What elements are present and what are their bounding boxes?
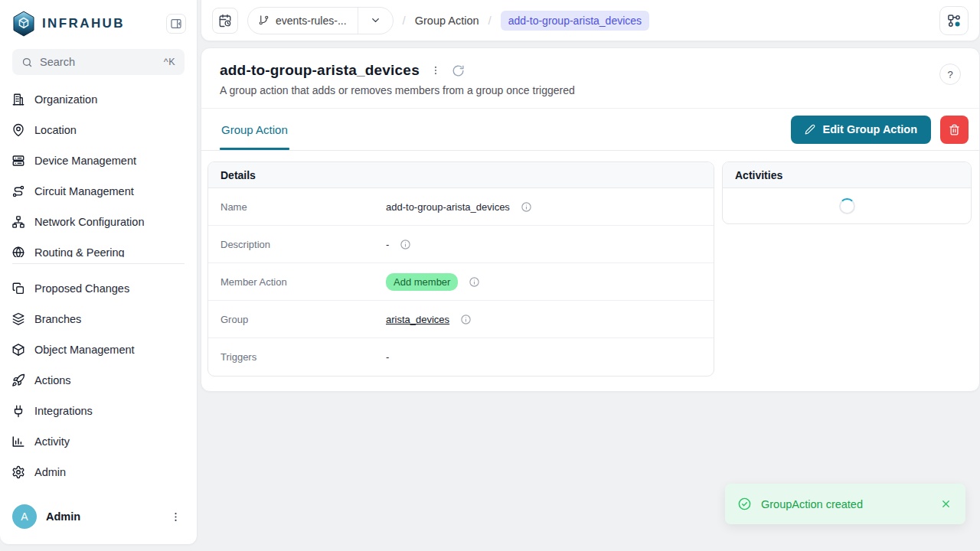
object-detail-card: add-to-group-arista_devices A group acti… (201, 47, 980, 392)
info-icon[interactable] (400, 239, 411, 250)
activities-panel: Activities (722, 161, 972, 224)
sidebar-nav-secondary: Proposed Changes Branches Object Managem… (0, 264, 197, 487)
page-subtitle: A group action that adds or removes memb… (220, 84, 961, 96)
info-icon[interactable] (521, 201, 532, 213)
breadcrumb-separator: / (488, 14, 492, 27)
plug-icon (11, 404, 25, 418)
sidebar-item-actions[interactable]: Actions (0, 365, 197, 396)
building-icon (11, 93, 25, 106)
sidebar-item-label: Admin (34, 466, 66, 478)
sidebar-item-label: Device Management (34, 155, 136, 167)
sidebar-item-network-configuration[interactable]: Network Configuration (0, 207, 197, 237)
detail-label: Description (220, 239, 386, 250)
member-action-badge: Add member (386, 273, 458, 291)
sidebar-item-label: Routing & Peering (34, 246, 125, 257)
pencil-icon (805, 124, 815, 135)
breadcrumb-parent[interactable]: Group Action (415, 15, 479, 27)
network-icon (11, 215, 25, 229)
sidebar-item-proposed-changes[interactable]: Proposed Changes (0, 273, 197, 304)
toast-notification: GroupAction created (725, 484, 965, 524)
edit-group-action-button[interactable]: Edit Group Action (791, 116, 931, 144)
sidebar-item-label: Activity (34, 435, 70, 448)
sidebar-header: INFRAHUB (0, 0, 197, 44)
sidebar-item-label: Location (34, 124, 77, 136)
branch-selector[interactable]: events-rules-... (247, 7, 394, 34)
help-button[interactable]: ? (939, 64, 961, 85)
globe-icon (11, 246, 25, 257)
toast-message: GroupAction created (761, 498, 929, 510)
info-icon[interactable] (469, 276, 480, 288)
activities-body (723, 188, 971, 223)
info-icon[interactable] (460, 314, 472, 325)
map-pin-icon (11, 123, 25, 137)
gear-icon (11, 465, 25, 479)
topbar: events-rules-... / Group Action / add-to… (201, 0, 980, 41)
chevron-down-icon (358, 15, 393, 26)
sidebar-item-circuit-management[interactable]: Circuit Management (0, 176, 197, 207)
server-icon (11, 154, 25, 168)
branch-name: events-rules-... (276, 15, 347, 27)
infrahub-logo-icon (12, 11, 35, 37)
search-input[interactable]: Search ^K (12, 49, 185, 75)
sidebar-item-label: Organization (34, 93, 97, 106)
workflow-icon (946, 13, 962, 28)
close-icon[interactable] (939, 497, 953, 511)
detail-label: Name (220, 201, 386, 213)
panels: Details Name add-to-group-arista_devices… (201, 151, 979, 377)
detail-value: - (386, 239, 389, 250)
kebab-icon (170, 511, 181, 523)
refresh-icon[interactable] (452, 64, 465, 77)
detail-row-triggers: Triggers - (208, 338, 714, 376)
git-branch-icon (258, 15, 270, 26)
sidebar-item-object-management[interactable]: Object Management (0, 334, 197, 365)
rocket-icon (11, 373, 25, 387)
object-menu-button[interactable] (430, 65, 441, 76)
detail-row-group: Group arista_devices (208, 301, 714, 338)
search-shortcut: ^K (164, 57, 175, 67)
breadcrumb-separator: / (403, 14, 406, 27)
brand-logo[interactable]: INFRAHUB (12, 11, 166, 37)
sidebar: INFRAHUB Search ^K (0, 0, 198, 545)
breadcrumb-current[interactable]: add-to-group-arista_devices (501, 11, 649, 31)
detail-value: add-to-group-arista_devices (386, 201, 510, 213)
app-root: INFRAHUB Search ^K (0, 0, 980, 551)
page-header: add-to-group-arista_devices A group acti… (201, 48, 979, 109)
sidebar-item-label: Actions (34, 374, 71, 386)
calendar-clock-icon (218, 14, 232, 28)
sidebar-item-organization[interactable]: Organization (0, 84, 197, 115)
search-icon (21, 57, 33, 68)
topbar-right (939, 6, 969, 35)
schema-visualizer-button[interactable] (939, 6, 969, 35)
delete-button[interactable] (940, 116, 969, 144)
sidebar-item-label: Circuit Management (34, 185, 134, 197)
detail-label: Group (220, 314, 386, 325)
sidebar-item-branches[interactable]: Branches (0, 304, 197, 334)
trash-icon (949, 124, 960, 135)
sidebar-item-label: Proposed Changes (34, 282, 129, 295)
sidebar-user: A Admin (0, 501, 197, 532)
time-travel-button[interactable] (212, 8, 238, 34)
sidebar-item-integrations[interactable]: Integrations (0, 396, 197, 426)
avatar[interactable]: A (12, 504, 37, 529)
sidebar-collapse-button[interactable] (166, 14, 186, 34)
brand-wordmark: INFRAHUB (42, 16, 125, 31)
activities-panel-header: Activities (723, 162, 971, 188)
details-panel: Details Name add-to-group-arista_devices… (207, 161, 714, 377)
cube-icon (11, 343, 25, 357)
tab-group-action[interactable]: Group Action (220, 109, 289, 150)
sidebar-item-activity[interactable]: Activity (0, 426, 197, 457)
group-link[interactable]: arista_devices (386, 314, 449, 325)
sidebar-item-routing-peering[interactable]: Routing & Peering (0, 237, 197, 257)
sidebar-item-location[interactable]: Location (0, 115, 197, 145)
diff-icon (11, 282, 25, 295)
check-circle-icon (737, 497, 752, 511)
layers-icon (11, 312, 25, 326)
sidebar-item-device-management[interactable]: Device Management (0, 145, 197, 176)
loading-spinner-icon (839, 198, 855, 214)
route-icon (11, 184, 25, 198)
detail-label: Triggers (220, 351, 386, 363)
details-panel-header: Details (208, 162, 714, 188)
sidebar-item-label: Network Configuration (34, 216, 144, 228)
user-menu-button[interactable] (165, 508, 186, 526)
sidebar-item-admin[interactable]: Admin (0, 457, 197, 487)
